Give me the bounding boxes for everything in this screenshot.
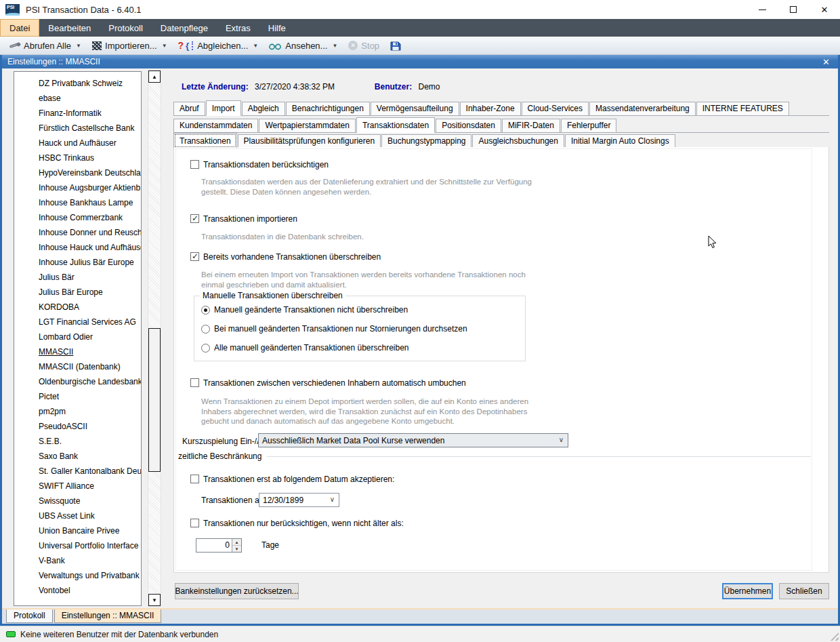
checkbox-row-import[interactable]: Transaktionen importieren xyxy=(190,214,297,224)
tab-positionsdaten[interactable]: Positionsdaten xyxy=(436,119,501,132)
max-age-spinner[interactable]: 0 ▲ ▼ xyxy=(196,538,242,553)
tab-inhaber-zone[interactable]: Inhaber-Zone xyxy=(460,102,521,115)
list-item-swift-alliance[interactable]: SWIFT Alliance xyxy=(14,479,141,494)
list-item-julius-b-r[interactable]: Julius Bär xyxy=(14,270,141,285)
tab-benachrichtigungen[interactable]: Benachrichtigungen xyxy=(286,102,370,115)
menu-item-extras[interactable]: Extras xyxy=(217,19,259,37)
list-item-union-bancaire-privee[interactable]: Union Bancaire Privee xyxy=(14,523,141,538)
scroll-down-icon[interactable]: ▼ xyxy=(148,594,161,606)
checkbox-row-rebook[interactable]: Transaktionen zwischen verschiedenen Inh… xyxy=(190,378,466,388)
chevron-down-icon[interactable]: ▼ xyxy=(162,43,167,49)
view-button[interactable]: Ansehen... ▼ xyxy=(266,38,341,53)
tab-abruf[interactable]: Abruf xyxy=(173,102,205,115)
chevron-down-icon[interactable]: ▼ xyxy=(332,43,337,49)
list-item-inhouse-augsburger-aktienb[interactable]: Inhouse Augsburger Aktienb... xyxy=(14,180,141,195)
tab-plausibilit-tspr-fungen-konfigurieren[interactable]: Plausibilitätsprüfungen konfigurieren xyxy=(238,134,381,148)
chevron-down-icon[interactable]: ▼ xyxy=(253,43,258,49)
list-item-verwaltungs-und-privatbank[interactable]: Verwaltungs und Privatbank ... xyxy=(14,568,141,583)
list-item-dz-privatbank-schweiz[interactable]: DZ Privatbank Schweiz xyxy=(14,76,141,91)
list-item-universal-portfolio-interface[interactable]: Universal Portfolio Interface xyxy=(14,538,141,553)
save-button[interactable] xyxy=(387,38,404,53)
list-item-swissquote[interactable]: Swissquote xyxy=(14,494,141,508)
checkbox-row-accept-from[interactable]: Transaktionen erst ab folgendem Datum ak… xyxy=(190,474,394,484)
import-button[interactable]: Importieren... ▼ xyxy=(89,38,171,53)
bottom-tab-protokoll[interactable]: Protokoll xyxy=(6,609,53,623)
apply-button[interactable]: Übernehmen xyxy=(722,583,773,599)
list-item-pm2pm[interactable]: pm2pm xyxy=(14,404,141,419)
checkbox[interactable] xyxy=(190,160,199,169)
scroll-up-icon[interactable]: ▲ xyxy=(148,71,161,83)
list-item-f-rstlich-castellsche-bank[interactable]: Fürstlich Castellsche Bank xyxy=(14,121,141,136)
tab-buchungstypmapping[interactable]: Buchungstypmapping xyxy=(381,134,471,148)
list-item-mmascii[interactable]: MMASCII xyxy=(14,344,141,359)
checkbox[interactable] xyxy=(190,519,199,527)
resize-grip[interactable] xyxy=(831,633,839,641)
list-item-hauck-und-aufh-user[interactable]: Hauck und Aufhäuser xyxy=(14,136,141,151)
checkbox[interactable] xyxy=(190,214,199,223)
reconcile-button[interactable]: ?{ Abgleichen... ▼ xyxy=(175,38,262,53)
panel-close-icon[interactable]: ✕ xyxy=(820,58,833,66)
list-item-mmascii-datenbank[interactable]: MMASCII (Datenbank) xyxy=(14,359,141,374)
list-item-ebase[interactable]: ebase xyxy=(14,91,141,106)
radio-button[interactable] xyxy=(201,344,210,353)
tx-from-date-picker[interactable]: 12/30/1899 ∨ xyxy=(259,493,339,507)
close-panel-button[interactable]: Schließen xyxy=(779,583,829,599)
sidebar-scrollbar[interactable]: ▲ ▼ xyxy=(148,70,161,607)
menu-item-protokoll[interactable]: Protokoll xyxy=(100,19,152,37)
list-item-inhouse-commerzbank[interactable]: Inhouse Commerzbank xyxy=(14,210,141,225)
list-item-ubs-asset-link[interactable]: UBS Asset Link xyxy=(14,508,141,523)
menu-item-datenpflege[interactable]: Datenpflege xyxy=(152,19,217,37)
chevron-down-icon[interactable]: ▼ xyxy=(76,43,81,49)
scrollbar-thumb[interactable] xyxy=(148,328,161,472)
price-feed-select[interactable]: Ausschließlich Market Data Pool Kurse ve… xyxy=(258,433,568,447)
list-item-finanz-informatik[interactable]: Finanz-Informatik xyxy=(14,106,141,121)
tab-wertpapierstammdaten[interactable]: Wertpapierstammdaten xyxy=(259,119,356,132)
menu-item-bearbeiten[interactable]: Bearbeiten xyxy=(39,19,100,37)
radio-button[interactable] xyxy=(201,306,210,315)
list-item-inhouse-hauck-und-aufh-user[interactable]: Inhouse Hauck und Aufhäuser xyxy=(14,240,141,255)
tab-interne-features[interactable]: INTERNE FEATURES xyxy=(696,102,789,115)
list-item-pseudoascii[interactable]: PseudoASCII xyxy=(14,419,141,434)
checkbox-row-consider[interactable]: Transaktionsdaten berücksichtigen xyxy=(190,159,329,169)
radio-option-alle-manuell-ge-nderten-transaktionen-berschreiben[interactable]: Alle manuell geänderten Transaktionen üb… xyxy=(201,342,525,353)
checkbox[interactable] xyxy=(190,378,199,387)
tab-transaktionsdaten[interactable]: Transaktionsdaten xyxy=(356,117,435,133)
checkbox[interactable] xyxy=(190,475,199,483)
list-item-inhouse-bankhaus-lampe[interactable]: Inhouse Bankhaus Lampe xyxy=(14,195,141,210)
list-item-julius-b-r-europe[interactable]: Julius Bär Europe xyxy=(14,285,141,300)
list-item-hsbc-trinkaus[interactable]: HSBC Trinkaus xyxy=(14,151,141,165)
checkbox[interactable] xyxy=(190,252,199,261)
list-item-st-galler-kantonalbank-deu[interactable]: St. Galler Kantonalbank Deu... xyxy=(14,464,141,479)
tab-initial-margin-auto-closings[interactable]: Initial Margin Auto Closings xyxy=(565,134,675,148)
reset-bank-settings-button[interactable]: Bankeinstellungen zurücksetzen... xyxy=(175,583,299,599)
list-item-inhouse-donner-und-reuschel[interactable]: Inhouse Donner und Reuschel xyxy=(14,225,141,240)
bottom-tab-einstellungen-mmascii[interactable]: Einstellungen :: MMASCII xyxy=(54,609,162,623)
list-item-s-e-b[interactable]: S.E.B. xyxy=(14,434,141,449)
tab-kundenstammdaten[interactable]: Kundenstammdaten xyxy=(173,119,258,132)
tab-massendatenverarbeitung[interactable]: Massendatenverarbeitung xyxy=(589,102,696,115)
spin-up-icon[interactable]: ▲ xyxy=(232,539,241,546)
tab-verm-gensaufteilung[interactable]: Vermögensaufteilung xyxy=(371,102,459,115)
list-item-lombard-odier[interactable]: Lombard Odier xyxy=(14,329,141,344)
list-item-saxo-bank[interactable]: Saxo Bank xyxy=(14,449,141,464)
tab-fehlerpuffer[interactable]: Fehlerpuffer xyxy=(561,119,616,132)
list-item-kordoba[interactable]: KORDOBA xyxy=(14,300,141,315)
spin-down-icon[interactable]: ▼ xyxy=(232,546,241,552)
checkbox-row-overwrite[interactable]: Bereits vorhandene Transaktionen übersch… xyxy=(190,252,381,262)
radio-button[interactable] xyxy=(201,325,210,334)
spinner-value[interactable]: 0 xyxy=(196,539,232,552)
tab-mifir-daten[interactable]: MiFIR-Daten xyxy=(502,119,560,132)
radio-option-bei-manuell-ge-nderten-transaktionen-nur-stornierungen-durchsetzen[interactable]: Bei manuell geänderten Transaktionen nur… xyxy=(201,323,525,334)
list-item-vontobel[interactable]: Vontobel xyxy=(14,583,141,598)
tab-abgleich[interactable]: Abgleich xyxy=(242,102,285,115)
tab-import[interactable]: Import xyxy=(206,100,241,116)
fetch-all-button[interactable]: Abrufen Alle ▼ xyxy=(5,38,85,53)
tab-ausgleichsbuchungen[interactable]: Ausgleichsbuchungen xyxy=(472,134,564,148)
list-item-oldenburgische-landesbank[interactable]: Oldenburgische Landesbank ... xyxy=(14,374,141,389)
list-item-hypovereinsbank-deutschland[interactable]: HypoVereinsbank Deutschland xyxy=(14,165,141,180)
checkbox-row-max-age[interactable]: Transaktionen nur berücksichtigen, wenn … xyxy=(190,518,404,528)
list-item-v-bank[interactable]: V-Bank xyxy=(14,553,141,568)
menu-item-hilfe[interactable]: Hilfe xyxy=(259,19,295,37)
radio-option-manuell-ge-nderte-transaktionen-nicht-berschreiben[interactable]: Manuell geänderte Transaktionen nicht üb… xyxy=(201,304,525,315)
menu-item-datei[interactable]: Datei xyxy=(0,19,39,37)
